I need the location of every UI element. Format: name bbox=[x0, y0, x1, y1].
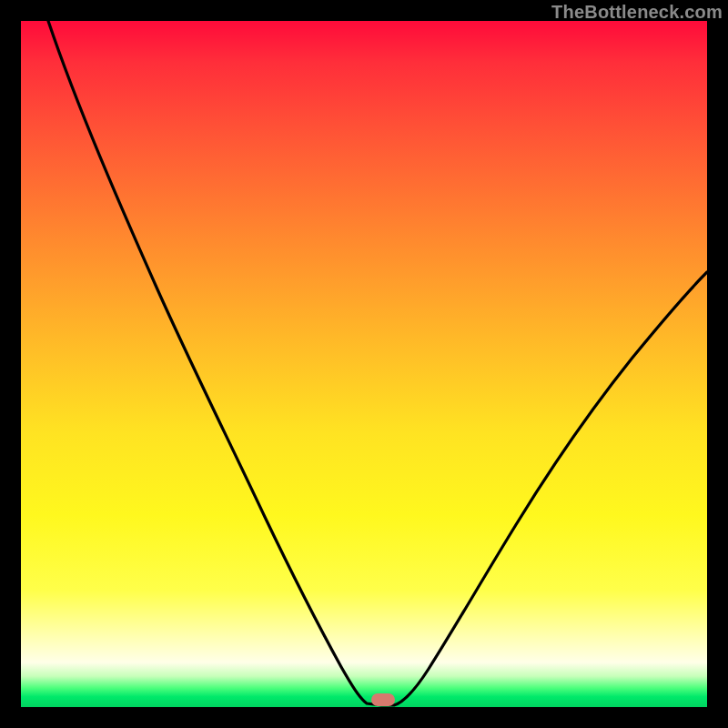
plot-container bbox=[21, 21, 707, 707]
optimal-point-marker bbox=[371, 693, 395, 706]
chart-frame: TheBottleneck.com bbox=[0, 0, 728, 728]
watermark-text: TheBottleneck.com bbox=[551, 2, 723, 23]
plot-gradient-background bbox=[21, 21, 707, 707]
